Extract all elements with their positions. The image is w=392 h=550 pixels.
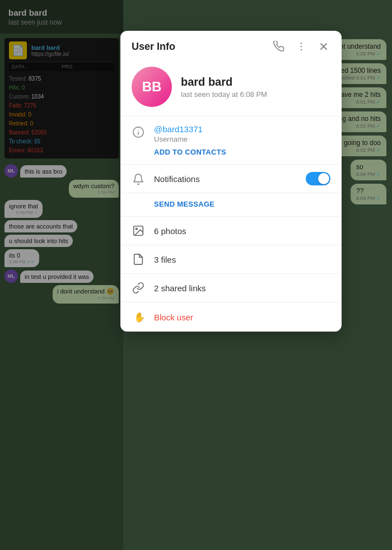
notifications-label: Notifications	[154, 174, 297, 184]
svg-text:✋: ✋	[134, 311, 144, 323]
avatar: BB	[132, 67, 172, 107]
svg-point-0	[301, 43, 302, 44]
username-row: @bard13371 Username ADD TO CONTACTS	[120, 116, 342, 165]
notifications-toggle[interactable]	[306, 172, 330, 185]
block-icon: ✋	[132, 310, 145, 324]
phone-icon[interactable]	[272, 40, 286, 53]
files-label: 3 files	[154, 255, 176, 264]
notifications-row: Notifications	[120, 165, 342, 193]
block-user-label: Block user	[154, 313, 193, 322]
svg-point-1	[301, 46, 302, 48]
username-content: @bard13371 Username ADD TO CONTACTS	[154, 124, 330, 156]
info-circle-icon	[132, 125, 145, 139]
shared-links-row[interactable]: 2 shared links	[120, 274, 342, 302]
username-text: @bard13371	[154, 124, 330, 134]
files-row[interactable]: 3 files	[120, 245, 342, 274]
modal-header-icons	[272, 40, 330, 53]
send-message-button[interactable]: SEND MESSAGE	[154, 198, 330, 208]
user-details: bard bard last seen today at 6:08 PM	[181, 76, 330, 99]
modal-header: User Info	[120, 31, 342, 60]
user-display-name: bard bard	[181, 76, 330, 88]
files-icon	[132, 253, 145, 266]
svg-point-2	[301, 49, 302, 51]
photos-icon	[132, 224, 145, 237]
add-to-contacts-button[interactable]: ADD TO CONTACTS	[154, 148, 330, 156]
shared-links-label: 2 shared links	[154, 283, 206, 293]
block-user-row[interactable]: ✋ Block user	[120, 302, 342, 332]
user-info-modal: User Info BB ba	[120, 31, 342, 332]
modal-title: User Info	[132, 41, 272, 53]
username-label: Username	[154, 135, 330, 143]
photos-row[interactable]: 6 photos	[120, 217, 342, 245]
svg-point-9	[136, 228, 137, 230]
close-icon[interactable]	[317, 40, 330, 53]
more-options-icon[interactable]	[295, 40, 308, 53]
send-message-section: SEND MESSAGE	[120, 198, 342, 217]
bell-icon	[132, 173, 145, 186]
user-profile-section: BB bard bard last seen today at 6:08 PM	[120, 60, 342, 116]
link-icon	[132, 281, 145, 295]
photos-label: 6 photos	[154, 226, 186, 236]
user-last-seen: last seen today at 6:08 PM	[181, 90, 330, 99]
